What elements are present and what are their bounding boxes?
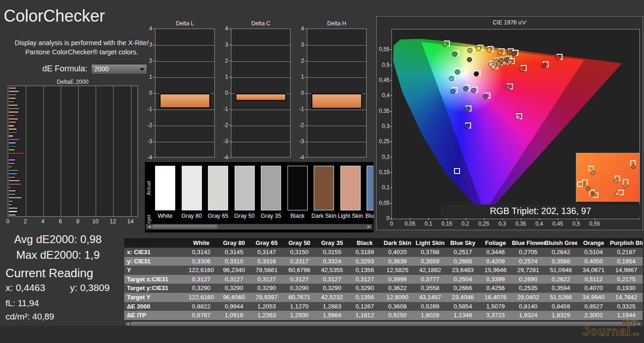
column-header: Blue Flower xyxy=(512,238,545,248)
deltae-bar xyxy=(8,190,16,192)
table-cell: 0,2666 xyxy=(447,284,479,293)
tick xyxy=(153,141,155,142)
table-cell: 43,1457 xyxy=(414,293,446,302)
column-header: Bluish Green xyxy=(545,238,577,248)
description-line2: Pantone ColorChecker® target colors. xyxy=(25,48,138,56)
table-cell: 23,6483 xyxy=(447,266,479,275)
measured-point xyxy=(465,107,470,112)
swatch-gray-80 xyxy=(182,166,202,210)
measured-point xyxy=(519,67,524,72)
y-value: 0,3809 xyxy=(80,282,109,293)
table-cell: 96,6060 xyxy=(218,293,250,302)
deltae-bar xyxy=(8,166,12,168)
tick xyxy=(153,93,155,93)
table-cell: 14,9867 xyxy=(610,266,643,275)
table-cell: 0,5112 xyxy=(577,275,610,284)
measured-point xyxy=(450,89,455,94)
rgb-triplet-readout: RGB Triplet: 202, 136, 97 xyxy=(441,204,640,217)
de-formula-dropdown[interactable]: 2000 xyxy=(91,64,147,75)
deltae-bar xyxy=(8,156,10,158)
tick xyxy=(153,61,155,61)
table-cell: 0,3290 xyxy=(185,284,218,293)
column-header: Gray 65 xyxy=(250,238,283,248)
y-tick-label: 0 xyxy=(144,90,152,96)
swatch-label: Light Skin xyxy=(337,213,364,219)
table-cell: 0,3127 xyxy=(250,275,283,284)
max-de2000-readout: Max dE2000: 1,9 xyxy=(0,249,116,262)
measured-point xyxy=(497,50,502,55)
scroll-left-icon[interactable]: ◀ xyxy=(148,224,151,229)
column-header: Gray 80 xyxy=(218,238,250,248)
table-cell: 1,0918 xyxy=(218,311,250,320)
swatch-label: Gray 80 xyxy=(178,213,206,219)
table-cell: 0,5854 xyxy=(447,302,479,311)
table-cell: 1,1270 xyxy=(283,302,316,311)
deltae-bar xyxy=(8,142,16,144)
logo-line2: Journal xyxy=(583,325,631,338)
row-label: ΔE ITP xyxy=(124,311,185,320)
table-cell: 0,4070 xyxy=(577,284,610,293)
tick xyxy=(229,45,231,45)
y-tick-label: -4 xyxy=(296,154,304,161)
gridline xyxy=(307,45,366,46)
table-cell: 0,3290 xyxy=(283,284,316,293)
table-cell: 29,7281 xyxy=(512,266,545,275)
delta_l-bar xyxy=(160,93,210,108)
tick xyxy=(390,157,392,157)
table-cell: 0,3290 xyxy=(250,284,283,293)
y-tick-label: -2 xyxy=(220,122,228,128)
table-cell: 0,5104 xyxy=(577,248,610,257)
table-cell: 0,1954 xyxy=(610,257,643,266)
deltae-bar xyxy=(8,118,18,120)
swatch-scrollbar-thumb[interactable] xyxy=(152,225,218,229)
table-cell: 0,2175 xyxy=(610,275,643,284)
scroll-right-icon[interactable]: ▶ xyxy=(368,224,371,229)
table-cell: 16,4076 xyxy=(479,293,512,302)
y-tick-label: 1 xyxy=(144,74,152,80)
table-cell: 0,9944 xyxy=(218,302,250,311)
tick xyxy=(410,218,410,220)
y-tick-label: 1 xyxy=(220,74,228,80)
deltae-bar xyxy=(8,97,16,99)
cie-y-tick: 0,55 xyxy=(377,46,390,52)
cie-x-tick: 0,05 xyxy=(402,221,417,227)
avg-de2000-value: 0,98 xyxy=(80,233,102,245)
tick xyxy=(390,49,392,50)
deltae-bar xyxy=(8,200,13,203)
y-tick-label: 1 xyxy=(296,74,304,80)
table-cell: 78,9397 xyxy=(250,293,283,302)
swatch-scrollbar[interactable]: ◀ ▶ xyxy=(146,224,373,230)
table-scrollbar-thumb[interactable] xyxy=(131,322,636,326)
cie-y-tick: 0,2 xyxy=(377,154,390,160)
table-cell: 0,2665 xyxy=(447,257,479,266)
x-tick-label: 0 xyxy=(3,218,12,225)
tick xyxy=(229,61,231,61)
table-cell: 0,4050 xyxy=(577,257,610,266)
gridline xyxy=(96,86,96,216)
inset-measured-point xyxy=(615,192,620,196)
table-cell: 1,2883 xyxy=(316,302,348,311)
swatch-blue-sky xyxy=(367,166,374,210)
column-header: Purplish Blue xyxy=(610,238,643,248)
table-cell: 96,2340 xyxy=(218,266,250,275)
current-reading-heading: Current Reading xyxy=(6,266,93,280)
gridline xyxy=(113,86,114,216)
deltae-bar xyxy=(8,197,22,199)
gridline xyxy=(307,126,366,126)
tick xyxy=(305,93,307,93)
row-label: x: CIE31 xyxy=(124,248,185,257)
current-x-readout: x: 0,4463 xyxy=(6,282,45,293)
table-cell: 60,7671 xyxy=(283,293,316,302)
colorchecker-screen: ColorChecker Display analysis is perform… xyxy=(0,0,644,343)
tick xyxy=(390,172,392,173)
table-cell: 0,3127 xyxy=(348,275,381,284)
gridline xyxy=(307,61,366,62)
cdm2-readout: cd/m²: 40,89 xyxy=(6,312,54,322)
cie-x-tick: 0,3 xyxy=(495,221,510,227)
tick xyxy=(390,80,392,81)
deltae-bar xyxy=(8,149,15,151)
deltae-bar xyxy=(8,163,15,165)
table-cell: 0,3324 xyxy=(316,257,348,266)
table-cell: 0,1267 xyxy=(348,302,381,311)
table-cell: 0,5289 xyxy=(414,302,446,311)
